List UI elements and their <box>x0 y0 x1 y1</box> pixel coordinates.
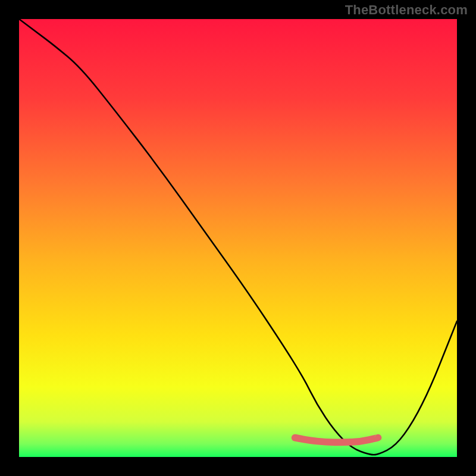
bottleneck-curve <box>19 19 457 455</box>
curve-layer <box>19 19 457 457</box>
plot-area <box>19 19 457 457</box>
watermark-text: TheBottleneck.com <box>345 2 468 18</box>
chart-frame: TheBottleneck.com <box>0 0 476 476</box>
optimal-marker <box>295 438 378 443</box>
